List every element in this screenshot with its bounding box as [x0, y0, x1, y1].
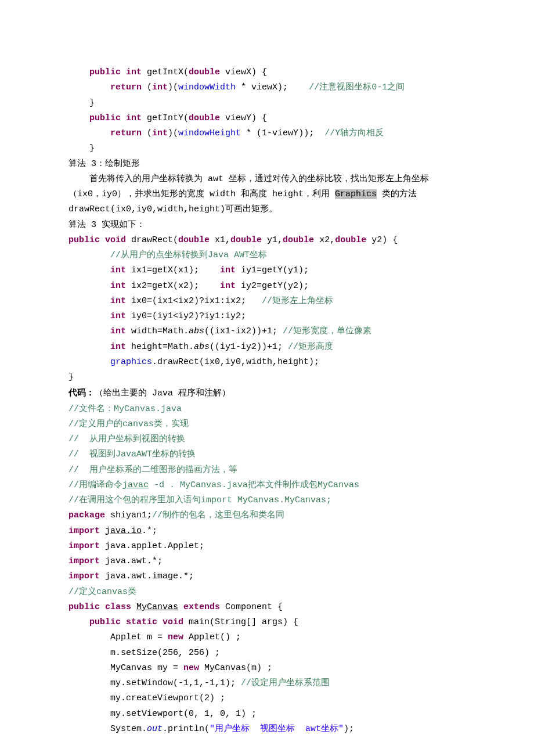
token: double	[335, 235, 366, 245]
token: double	[283, 235, 314, 245]
token: int	[110, 281, 126, 291]
token: public int	[89, 67, 142, 77]
token: //定义canvas类	[68, 587, 136, 597]
token: -d . MyCanvas.java把本文件制作成包MyCanvas	[149, 480, 359, 490]
token: windowHeight	[178, 128, 241, 138]
token: // 用户坐标系的二维图形的描画方法，等	[68, 465, 237, 475]
token: int	[110, 311, 126, 321]
token: out	[147, 724, 163, 734]
token: public void	[68, 235, 126, 245]
token: //文件名：MyCanvas.java	[68, 404, 182, 414]
token: // 视图到JavaAWT坐标的转换	[68, 449, 196, 459]
token: MyCanvas	[136, 602, 178, 612]
token: //在调用这个包的程序里加入语句import MyCanvas.MyCanvas…	[68, 495, 331, 505]
token: import	[68, 541, 100, 551]
token: //矩形宽度，单位像素	[283, 326, 371, 336]
token: int	[110, 265, 126, 275]
token: //Y轴方向相反	[324, 128, 384, 138]
token: new	[183, 663, 199, 673]
token: //注意视图坐标0-1之间	[309, 82, 405, 92]
token: return	[110, 82, 142, 92]
token: //用编译命令	[68, 480, 122, 490]
token: extends	[183, 602, 220, 612]
token: java.io	[105, 526, 142, 536]
token: // 从用户坐标到视图的转换	[68, 434, 185, 444]
token: new	[168, 632, 183, 642]
token: int	[110, 296, 126, 306]
token: double	[189, 113, 220, 123]
token: int	[152, 128, 168, 138]
token: //定义用户的canvas类，实现	[68, 419, 189, 429]
token: Graphics	[335, 189, 377, 199]
token: //矩形高度	[288, 342, 333, 352]
token: package	[68, 510, 105, 520]
token: import	[68, 556, 100, 566]
token: public static void	[89, 617, 183, 627]
token: import	[68, 526, 100, 536]
token: "用户坐标 视图坐标 awt坐标"	[210, 724, 344, 734]
token: //设定用户坐标系范围	[241, 678, 330, 688]
token: abs	[189, 326, 204, 336]
token: int	[220, 265, 236, 275]
token: 代码：	[68, 387, 95, 397]
token: abs	[194, 342, 210, 352]
token: double	[189, 67, 220, 77]
document-page: public int getIntX(double viewX) { retur…	[0, 0, 534, 756]
token: //制作的包名，这里包名和类名同	[152, 510, 284, 520]
code-block: public int getIntX(double viewX) { retur…	[68, 65, 482, 737]
token: int	[110, 326, 126, 336]
token: double	[230, 235, 262, 245]
token: //从用户的点坐标转换到Java AWT坐标	[110, 250, 267, 260]
token: graphics	[110, 357, 152, 367]
token: javac	[122, 480, 149, 490]
token: int	[152, 82, 168, 92]
token: windowWidth	[178, 82, 236, 92]
token: public class	[68, 602, 131, 612]
token: return	[110, 128, 142, 138]
token: int	[220, 281, 236, 291]
token: import	[68, 571, 100, 581]
token: int	[110, 342, 126, 352]
token: //矩形左上角坐标	[262, 296, 333, 306]
token: public int	[89, 113, 142, 123]
token: double	[178, 235, 210, 245]
